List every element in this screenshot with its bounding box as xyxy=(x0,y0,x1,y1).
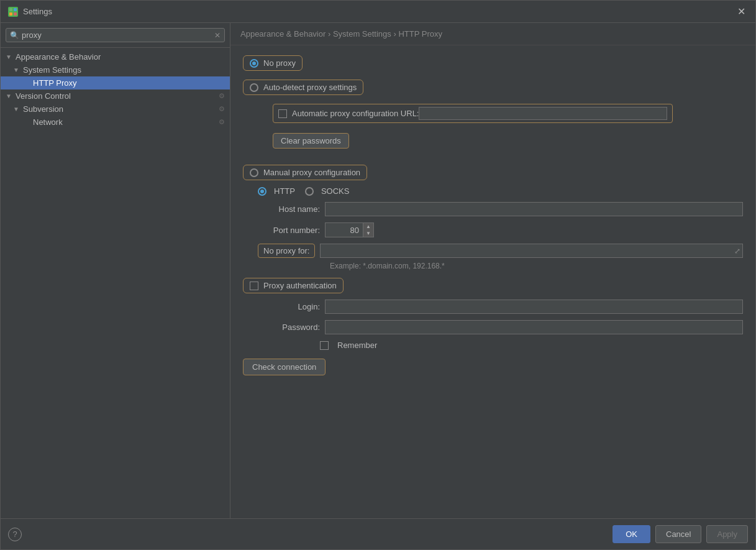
app-icon xyxy=(8,7,18,17)
sidebar-label-version-control: Version Control xyxy=(16,91,219,101)
auto-config-label-group[interactable]: Automatic proxy configuration URL: xyxy=(273,104,673,123)
proxy-auth-checkbox[interactable] xyxy=(250,282,258,290)
version-control-icon: ⚙ xyxy=(219,92,225,100)
http-label: HTTP xyxy=(274,186,295,196)
clear-passwords-container: Clear passwords xyxy=(258,133,743,156)
bottom-bar: ? OK Cancel Apply xyxy=(1,518,755,549)
tree-arrow-appearance: ▼ xyxy=(6,53,16,60)
remember-checkbox[interactable] xyxy=(320,341,329,350)
login-row: Login: xyxy=(258,300,743,314)
expand-icon[interactable]: ⤢ xyxy=(734,247,740,255)
title-bar: Settings ✕ xyxy=(1,1,755,23)
breadcrumb-part3: HTTP Proxy xyxy=(398,29,442,39)
settings-window: Settings ✕ 🔍 ✕ ▼ Appearance & Behavior xyxy=(0,0,756,550)
remember-label: Remember xyxy=(337,341,377,350)
remember-option[interactable]: Remember xyxy=(320,341,377,350)
check-connection-button[interactable]: Check connection xyxy=(243,359,326,375)
clear-search-icon[interactable]: ✕ xyxy=(214,31,221,40)
manual-proxy-section: Manual proxy configuration HTTP SOCKS xyxy=(243,165,743,375)
window-title: Settings xyxy=(23,7,735,16)
svg-rect-0 xyxy=(9,8,12,11)
breadcrumb: Appearance & Behavior › System Settings … xyxy=(230,23,755,45)
sidebar-item-http-proxy[interactable]: HTTP Proxy xyxy=(1,76,230,89)
manual-proxy-header[interactable]: Manual proxy configuration xyxy=(243,165,367,180)
no-proxy-option[interactable]: No proxy xyxy=(243,55,303,71)
sidebar-item-network[interactable]: Network ⚙ xyxy=(1,116,230,129)
help-icon[interactable]: ? xyxy=(8,528,22,541)
svg-rect-2 xyxy=(9,12,12,16)
clear-passwords-button[interactable]: Clear passwords xyxy=(273,133,349,149)
cancel-button[interactable]: Cancel xyxy=(655,525,701,543)
breadcrumb-sep1: › xyxy=(328,29,330,39)
breadcrumb-part1: Appearance & Behavior xyxy=(240,29,326,39)
port-input-wrapper: ▲ ▼ xyxy=(325,222,374,237)
port-decrement-button[interactable]: ▼ xyxy=(363,230,373,237)
no-proxy-input-wrapper: ⤢ xyxy=(320,244,743,258)
no-proxy-group: No proxy xyxy=(243,55,743,77)
no-proxy-for-row: No proxy for: ⤢ xyxy=(258,244,743,258)
auto-config-checkbox[interactable] xyxy=(278,109,287,118)
svg-rect-3 xyxy=(14,12,17,16)
http-radio[interactable] xyxy=(258,187,266,196)
socks-option[interactable]: SOCKS xyxy=(305,186,350,196)
tree-arrow-system-settings: ▼ xyxy=(13,66,23,73)
sidebar-item-subversion[interactable]: ▼ Subversion ⚙ xyxy=(1,103,230,116)
settings-area: No proxy Auto-detect proxy settings Auto… xyxy=(230,45,755,518)
port-increment-button[interactable]: ▲ xyxy=(363,223,373,230)
password-label: Password: xyxy=(258,323,320,332)
sidebar-item-version-control[interactable]: ▼ Version Control ⚙ xyxy=(1,89,230,103)
search-input[interactable] xyxy=(22,30,214,40)
no-proxy-label: No proxy xyxy=(263,58,296,68)
auto-config-label: Automatic proxy configuration URL: xyxy=(292,109,419,118)
no-proxy-for-input[interactable] xyxy=(320,244,743,258)
close-icon[interactable]: ✕ xyxy=(735,3,748,20)
http-option[interactable]: HTTP xyxy=(258,186,295,196)
proxy-auth-header[interactable]: Proxy authentication xyxy=(243,278,344,293)
auto-detect-group: Auto-detect proxy settings xyxy=(243,80,743,101)
port-number-label: Port number: xyxy=(258,226,320,235)
sidebar-label-appearance-behavior: Appearance & Behavior xyxy=(16,52,225,62)
host-name-label: Host name: xyxy=(258,204,320,214)
proxy-auth-label: Proxy authentication xyxy=(263,281,337,290)
tree-arrow-version-control: ▼ xyxy=(6,93,16,99)
tree-arrow-subversion: ▼ xyxy=(13,106,23,112)
no-proxy-radio[interactable] xyxy=(250,59,258,68)
ok-button[interactable]: OK xyxy=(613,525,650,543)
bottom-buttons: OK Cancel Apply xyxy=(613,525,748,543)
sidebar-label-http-proxy: HTTP Proxy xyxy=(33,78,225,88)
svg-rect-1 xyxy=(14,8,17,11)
sidebar-item-system-settings[interactable]: ▼ System Settings xyxy=(1,63,230,76)
proxy-auth-section: Proxy authentication Login: Password: xyxy=(243,278,743,350)
socks-radio[interactable] xyxy=(305,187,314,196)
apply-button[interactable]: Apply xyxy=(706,525,748,543)
host-name-input[interactable] xyxy=(325,202,743,216)
manual-proxy-label: Manual proxy configuration xyxy=(263,168,360,177)
check-connection-container: Check connection xyxy=(243,359,743,375)
password-row: Password: xyxy=(258,320,743,334)
search-wrapper: 🔍 ✕ xyxy=(6,28,225,42)
example-text: Example: *.domain.com, 192.168.* xyxy=(330,262,743,270)
manual-proxy-radio[interactable] xyxy=(250,168,258,177)
sidebar-label-system-settings: System Settings xyxy=(23,65,225,75)
no-proxy-for-label: No proxy for: xyxy=(258,244,315,258)
auto-config-row: Automatic proxy configuration URL: xyxy=(258,104,743,128)
auto-config-url-input[interactable] xyxy=(419,107,667,120)
remember-row: Remember xyxy=(258,341,743,350)
breadcrumb-part2: System Settings xyxy=(333,29,391,39)
main-content: Appearance & Behavior › System Settings … xyxy=(230,23,755,518)
sidebar-tree: ▼ Appearance & Behavior ▼ System Setting… xyxy=(1,48,230,518)
sidebar-label-network: Network xyxy=(33,117,219,127)
search-box: 🔍 ✕ xyxy=(1,23,230,48)
auto-detect-option[interactable]: Auto-detect proxy settings xyxy=(243,80,363,95)
login-label: Login: xyxy=(258,302,320,311)
network-icon: ⚙ xyxy=(219,118,225,126)
login-input[interactable] xyxy=(325,300,743,314)
search-icon: 🔍 xyxy=(10,31,19,40)
http-socks-row: HTTP SOCKS xyxy=(258,186,743,196)
auto-detect-radio[interactable] xyxy=(250,83,258,92)
port-input[interactable] xyxy=(326,224,363,237)
password-input[interactable] xyxy=(325,320,743,334)
auto-detect-label: Auto-detect proxy settings xyxy=(263,83,357,92)
port-number-row: Port number: ▲ ▼ xyxy=(258,222,743,237)
sidebar-item-appearance-behavior[interactable]: ▼ Appearance & Behavior xyxy=(1,50,230,63)
